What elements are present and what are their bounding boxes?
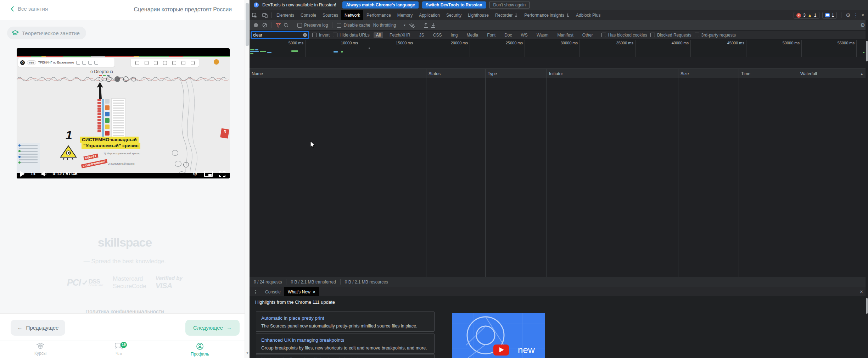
devtools-scrollbar[interactable] [866, 20, 868, 358]
filter-type-ws[interactable]: WS [519, 32, 530, 38]
video-settings-icon[interactable]: ⚙ [192, 170, 198, 177]
drawer-tab-whats-new[interactable]: What's New × [284, 287, 319, 297]
fullscreen-icon[interactable] [219, 171, 225, 177]
column-type[interactable]: Type [485, 69, 547, 78]
record-network-log-button[interactable] [254, 23, 258, 27]
devtools-close-icon[interactable]: × [861, 12, 864, 18]
network-settings-icon[interactable]: ⚙ [861, 22, 865, 28]
volume-icon[interactable] [41, 171, 47, 177]
column-initiator[interactable]: Initiator [547, 69, 678, 78]
third-party-requests-checkbox[interactable]: 3rd-party requests [695, 33, 736, 38]
tab-network[interactable]: Network [341, 10, 363, 20]
nav-chat[interactable]: 19 Чат [105, 343, 133, 356]
throttling-select[interactable]: No throttling ▼ [373, 23, 406, 28]
filter-input[interactable]: clear × [251, 31, 309, 39]
inspect-element-icon[interactable] [252, 13, 257, 18]
drawer-tab-console[interactable]: Console [262, 287, 284, 297]
clear-filter-icon[interactable]: × [303, 33, 307, 37]
error-count: 3 [803, 13, 806, 18]
nav-courses[interactable]: Курсы [26, 343, 55, 356]
column-waterfall[interactable]: Waterfall▲ [798, 69, 866, 78]
whats-new-card-1[interactable]: Automatic in place pretty print The Sour… [256, 312, 435, 332]
clear-network-log-icon[interactable] [262, 23, 267, 28]
page-scrollbar-thumb[interactable] [246, 3, 249, 46]
tab-performance-insights[interactable]: Performance insights [521, 10, 573, 20]
preserve-log-checkbox[interactable]: Preserve log [297, 23, 328, 28]
blocked-requests-checkbox[interactable]: Blocked Requests [650, 33, 691, 38]
drawer-close-icon[interactable]: × [860, 289, 863, 295]
column-name[interactable]: Name [250, 69, 426, 78]
network-overview-timeline[interactable]: 5000 ms 10000 ms 15000 ms 20000 ms 25000… [250, 40, 866, 57]
card-link[interactable]: Enhanced UX in managing breakpoints [261, 337, 429, 343]
play-button[interactable] [20, 171, 25, 177]
filter-type-wasm[interactable]: Wasm [534, 32, 551, 38]
filter-icon[interactable] [276, 23, 281, 28]
dont-show-again-button[interactable]: Don't show again [489, 1, 530, 9]
filter-type-font[interactable]: Font [485, 32, 498, 38]
always-match-language-button[interactable]: Always match Chrome's language [342, 1, 418, 9]
tab-elements[interactable]: Elements [273, 10, 297, 20]
filter-type-fetch-xhr[interactable]: Fetch/XHR [387, 32, 413, 38]
page-scrollbar[interactable]: ▼ [245, 0, 250, 358]
column-status[interactable]: Status [426, 69, 485, 78]
filter-type-all[interactable]: All [374, 32, 383, 38]
video-player[interactable]: O free ТРЕНИНГ по Выживанию о Овертона [17, 48, 230, 178]
column-size[interactable]: Size [678, 69, 739, 78]
console-status-badges[interactable]: × 3 ▲ 1 [794, 12, 819, 19]
devtools-settings-icon[interactable]: ⚙ [846, 12, 850, 18]
pip-icon[interactable] [204, 171, 213, 177]
import-har-icon[interactable] [424, 23, 428, 28]
filter-type-js[interactable]: JS [417, 32, 427, 38]
tab-adblock-plus[interactable]: Adblock Plus [573, 10, 604, 20]
scroll-down-icon[interactable]: ▼ [245, 351, 250, 355]
hide-data-urls-checkbox[interactable]: Hide data URLs [333, 33, 370, 38]
network-filter-row: clear × Invert Hide data URLs All Fetch/… [250, 31, 868, 40]
filter-type-other[interactable]: Other [580, 32, 595, 38]
card-link[interactable]: Navigate the Recorder with keyboard shor… [261, 357, 429, 358]
whats-new-card-2[interactable]: Enhanced UX in managing breakpoints Grou… [256, 334, 435, 354]
column-time[interactable]: Time [739, 69, 798, 78]
close-tab-icon[interactable]: × [313, 290, 315, 294]
whats-new-video-thumbnail[interactable]: new 111 [452, 313, 545, 358]
invert-checkbox[interactable]: Invert [312, 33, 330, 38]
waterfall-mark [250, 53, 253, 54]
tab-memory[interactable]: Memory [394, 10, 416, 20]
tab-lighthouse[interactable]: Lighthouse [465, 10, 492, 20]
youtube-play-icon[interactable] [493, 345, 509, 356]
export-har-icon[interactable] [431, 23, 436, 28]
devtools-menu-icon[interactable]: ⋮ [853, 12, 858, 18]
tab-console[interactable]: Console [297, 10, 319, 20]
switch-to-russian-button[interactable]: Switch DevTools to Russian [422, 1, 486, 9]
issues-badge[interactable]: 1 [822, 12, 837, 19]
filter-type-manifest[interactable]: Manifest [555, 32, 576, 38]
previous-button[interactable]: ← Предыдущее [11, 320, 65, 336]
experiment-flask-icon [566, 13, 570, 17]
timeline-tick: 25000 ms [506, 41, 523, 45]
brand-tagline: — Spread the best knowledge. [0, 258, 250, 265]
search-icon[interactable] [284, 23, 289, 28]
requests-grid-body[interactable] [250, 78, 866, 277]
playback-speed[interactable]: 1x [30, 171, 35, 176]
card-link[interactable]: Automatic in place pretty print [261, 315, 429, 321]
tab-application[interactable]: Application [416, 10, 443, 20]
nav-profile[interactable]: Профиль [186, 343, 214, 357]
has-blocked-cookies-checkbox[interactable]: Has blocked cookies [601, 33, 647, 38]
tab-recorder[interactable]: Recorder [492, 10, 521, 20]
whats-new-card-3[interactable]: Navigate the Recorder with keyboard shor… [256, 354, 435, 358]
filter-type-css[interactable]: CSS [431, 32, 444, 38]
filter-type-img[interactable]: Img [448, 32, 460, 38]
drawer-menu-icon[interactable]: ⋮ [253, 289, 258, 295]
tab-security[interactable]: Security [443, 10, 465, 20]
tab-sources[interactable]: Sources [319, 10, 341, 20]
back-link[interactable]: Все занятия [11, 6, 48, 12]
filter-type-media[interactable]: Media [464, 32, 481, 38]
profile-icon [196, 343, 203, 350]
next-button[interactable]: Следующее → [185, 320, 240, 336]
network-conditions-icon[interactable] [409, 23, 415, 28]
devtools-scrollbar-thumb[interactable] [866, 41, 868, 61]
drawer-scrollbar-thumb[interactable] [866, 298, 868, 314]
tab-performance[interactable]: Performance [363, 10, 394, 20]
device-toolbar-icon[interactable] [262, 13, 268, 18]
filter-type-doc[interactable]: Doc [502, 32, 514, 38]
disable-cache-checkbox[interactable]: Disable cache [337, 23, 370, 28]
